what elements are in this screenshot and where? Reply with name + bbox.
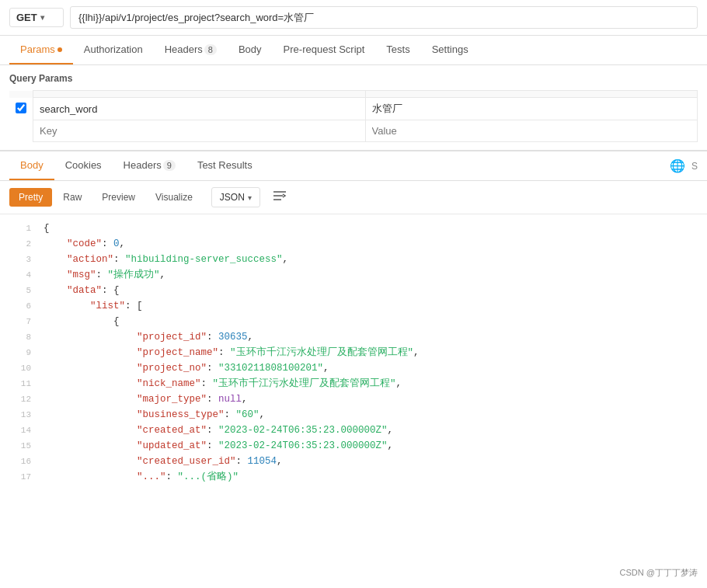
response-tabs: BodyCookiesHeaders9Test Results 🌐 S	[0, 151, 707, 181]
json-content: "updated_at": "2023-02-24T06:35:23.00000…	[44, 438, 701, 454]
line-number: 5	[6, 284, 31, 298]
line-number: 17	[6, 471, 31, 485]
chevron-down-icon: ▾	[40, 13, 44, 22]
req-tab-headers[interactable]: Headers8	[154, 36, 228, 64]
json-line: 7 {	[0, 314, 707, 329]
format-type-label: JSON	[220, 192, 245, 203]
globe-icon: 🌐	[670, 158, 685, 173]
req-tab-settings[interactable]: Settings	[421, 36, 479, 64]
key-col-header	[33, 91, 366, 98]
empty-key-cell	[33, 120, 366, 142]
line-number: 6	[6, 300, 31, 314]
json-line: 1{	[0, 221, 707, 236]
line-number: 4	[6, 269, 31, 283]
line-number: 15	[6, 440, 31, 454]
url-input[interactable]	[70, 6, 698, 29]
line-number: 3	[6, 253, 31, 267]
query-params-title: Query Params	[9, 73, 698, 84]
req-tab-authorization[interactable]: Authorization	[73, 36, 154, 64]
fmt-btn-visualize[interactable]: Visualize	[146, 188, 202, 207]
json-viewer: 1{2 "code": 0,3 "action": "hibuilding-se…	[0, 214, 707, 491]
response-tab-right: 🌐 S	[670, 158, 698, 173]
json-content: "code": 0,	[44, 236, 701, 252]
json-content: "nick_name": "玉环市千江污水处理厂及配套管网工程",	[44, 376, 701, 391]
param-value-input[interactable]	[372, 103, 691, 115]
json-content: "major_type": null,	[44, 391, 701, 407]
json-content: "created_at": "2023-02-24T06:35:23.00000…	[44, 423, 701, 438]
fmt-btn-preview[interactable]: Preview	[92, 188, 145, 207]
params-table	[9, 90, 698, 142]
format-type-dropdown[interactable]: JSON ▾	[211, 187, 260, 207]
query-params-section: Query Params	[0, 65, 707, 151]
json-content: "business_type": "60",	[44, 407, 701, 423]
json-line: 11 "nick_name": "玉环市千江污水处理厂及配套管网工程",	[0, 376, 707, 391]
empty-checkbox-cell	[9, 120, 33, 142]
json-line: 14 "created_at": "2023-02-24T06:35:23.00…	[0, 423, 707, 438]
json-line: 3 "action": "hibuilding-server_success",	[0, 252, 707, 267]
json-content: "action": "hibuilding-server_success",	[44, 252, 701, 267]
response-status: S	[691, 161, 698, 172]
json-line: 10 "project_no": "3310211808100201",	[0, 360, 707, 376]
table-row-empty	[9, 120, 698, 142]
line-number: 10	[6, 362, 31, 376]
json-line: 8 "project_id": 30635,	[0, 329, 707, 345]
wrap-icon[interactable]	[270, 187, 290, 207]
request-tabs: ParamsAuthorizationHeaders8BodyPre-reque…	[0, 36, 707, 65]
json-content: "project_id": 30635,	[44, 329, 701, 345]
json-content: "project_name": "玉环市千江污水处理厂及配套管网工程",	[44, 345, 701, 360]
line-number: 12	[6, 393, 31, 407]
json-line: 15 "updated_at": "2023-02-24T06:35:23.00…	[0, 438, 707, 454]
json-content: "list": [	[44, 298, 701, 314]
req-tab-tests[interactable]: Tests	[375, 36, 420, 64]
line-number: 16	[6, 455, 31, 469]
fmt-btn-pretty[interactable]: Pretty	[9, 188, 52, 207]
url-bar: GET ▾	[0, 0, 707, 36]
resp-tab-headers[interactable]: Headers9	[113, 151, 186, 180]
param-checkbox-cell	[9, 98, 33, 120]
param-value-cell	[365, 98, 698, 120]
resp-tab-body[interactable]: Body	[9, 151, 54, 180]
method-label: GET	[16, 12, 37, 23]
req-tab-params[interactable]: Params	[9, 36, 73, 64]
json-line: 12 "major_type": null,	[0, 391, 707, 407]
empty-value-cell	[365, 120, 698, 142]
fmt-btn-raw[interactable]: Raw	[54, 188, 91, 207]
json-content: "data": {	[44, 283, 701, 298]
resp-tab-cookies[interactable]: Cookies	[54, 151, 113, 180]
json-line: 17 "...": "...(省略)"	[0, 469, 707, 485]
empty-key-input[interactable]	[40, 125, 359, 137]
json-line: 16 "created_user_id": 11054,	[0, 454, 707, 469]
req-tab-pre-request-script[interactable]: Pre-request Script	[273, 36, 376, 64]
param-key-cell	[33, 98, 366, 120]
json-line: 2 "code": 0,	[0, 236, 707, 252]
json-line: 5 "data": {	[0, 283, 707, 298]
resp-tab-test-results[interactable]: Test Results	[186, 151, 263, 180]
json-line: 4 "msg": "操作成功",	[0, 267, 707, 283]
value-col-header	[365, 91, 698, 98]
json-content: "msg": "操作成功",	[44, 267, 701, 283]
param-key-input[interactable]	[40, 103, 359, 115]
line-number: 7	[6, 315, 31, 329]
empty-value-input[interactable]	[372, 125, 691, 137]
checkbox-col-header	[9, 91, 33, 98]
json-line: 9 "project_name": "玉环市千江污水处理厂及配套管网工程",	[0, 345, 707, 360]
line-number: 11	[6, 378, 31, 391]
req-tab-body[interactable]: Body	[228, 36, 273, 64]
chevron-down-icon: ▾	[248, 193, 252, 202]
line-number: 14	[6, 424, 31, 438]
format-bar: PrettyRawPreviewVisualize JSON ▾	[0, 181, 707, 214]
json-content: "project_no": "3310211808100201",	[44, 360, 701, 376]
json-content: {	[44, 314, 701, 329]
line-number: 13	[6, 409, 31, 423]
line-number: 9	[6, 346, 31, 360]
json-content: {	[44, 221, 701, 236]
line-number: 1	[6, 222, 31, 236]
json-content: "created_user_id": 11054,	[44, 454, 701, 469]
line-number: 2	[6, 238, 31, 252]
param-checkbox[interactable]	[16, 103, 26, 113]
method-select[interactable]: GET ▾	[9, 8, 64, 27]
line-number: 8	[6, 331, 31, 345]
table-row	[9, 98, 698, 120]
json-content: "...": "...(省略)"	[44, 469, 701, 485]
json-line: 13 "business_type": "60",	[0, 407, 707, 423]
